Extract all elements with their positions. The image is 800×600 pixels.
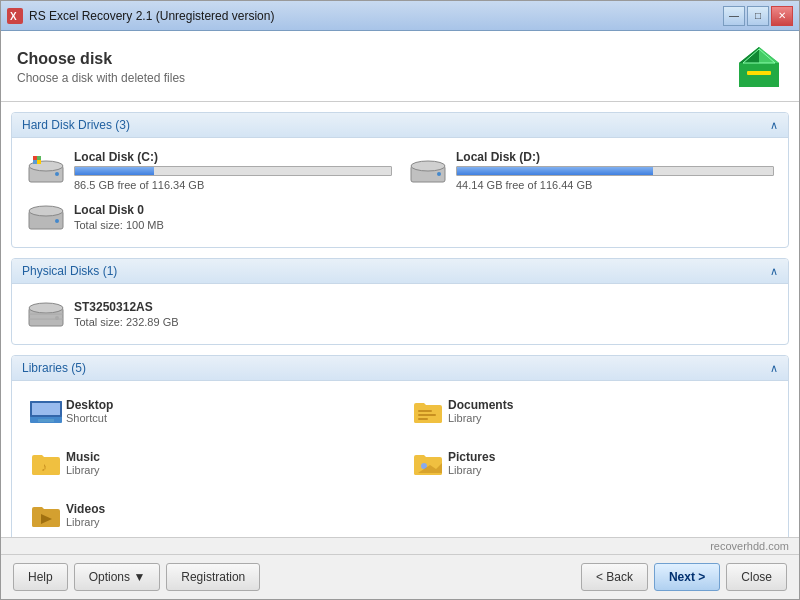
svg-rect-29 (38, 419, 54, 422)
disk-c-bar (74, 166, 392, 176)
physical-disk-0[interactable]: ST3250312AS Total size: 232.89 GB (22, 292, 778, 336)
documents-name: Documents (448, 398, 513, 412)
desktop-icon (26, 393, 66, 429)
footer: Help Options ▼ Registration < Back Next … (1, 554, 799, 599)
disk-d-name: Local Disk (D:) (456, 150, 774, 164)
lib-desktop[interactable]: Desktop Shortcut (22, 389, 396, 433)
desktop-info: Desktop Shortcut (66, 398, 113, 424)
libraries-title: Libraries (5) (22, 361, 86, 375)
hard-disk-title: Hard Disk Drives (3) (22, 118, 130, 132)
disk-d-info: Local Disk (D:) 44.14 GB free of 116.44 … (456, 150, 774, 191)
libraries-section: Libraries (5) ∧ (11, 355, 789, 537)
svg-text:♪: ♪ (41, 460, 47, 474)
disk-0-name: Local Disk 0 (74, 203, 774, 217)
libraries-content: Desktop Shortcut (12, 381, 788, 537)
disk-c-space: 86.5 GB free of 116.34 GB (74, 179, 392, 191)
documents-type: Library (448, 412, 513, 424)
page-subtitle: Choose a disk with deleted files (17, 71, 185, 85)
disk-0-extra: Total size: 100 MB (74, 219, 774, 231)
lib-pictures[interactable]: Pictures Library (404, 441, 778, 485)
svg-rect-13 (33, 160, 37, 164)
music-icon: ♪ (26, 445, 66, 481)
options-button[interactable]: Options ▼ (74, 563, 161, 591)
library-grid: Desktop Shortcut (22, 389, 778, 537)
videos-name: Videos (66, 502, 105, 516)
svg-point-9 (55, 172, 59, 176)
hard-disk-content: Local Disk (C:) 86.5 GB free of 116.34 G… (12, 138, 788, 247)
disk-d-icon (408, 150, 448, 186)
disk-d-space: 44.14 GB free of 116.44 GB (456, 179, 774, 191)
svg-marker-4 (739, 47, 759, 63)
videos-info: Videos Library (66, 502, 105, 528)
window-controls: — □ ✕ (723, 6, 793, 26)
svg-rect-30 (418, 410, 432, 412)
footer-right: < Back Next > Close (581, 563, 787, 591)
physical-disk-content: ST3250312AS Total size: 232.89 GB (12, 284, 788, 344)
hard-disk-section: Hard Disk Drives (3) ∧ (11, 112, 789, 248)
disk-0-info: Local Disk 0 Total size: 100 MB (74, 203, 774, 231)
physical-disk-title: Physical Disks (1) (22, 264, 117, 278)
svg-point-19 (29, 206, 63, 216)
physical-disk-0-name: ST3250312AS (74, 300, 774, 314)
disk-c-icon (26, 150, 66, 186)
documents-icon (408, 393, 448, 429)
svg-rect-12 (37, 156, 41, 160)
svg-rect-31 (418, 414, 436, 416)
title-bar: X RS Excel Recovery 2.1 (Unregistered ve… (1, 1, 799, 31)
physical-disk-section: Physical Disks (1) ∧ ST (11, 258, 789, 345)
physical-disk-header: Physical Disks (1) ∧ (12, 259, 788, 284)
svg-rect-14 (37, 160, 41, 164)
disk-d[interactable]: Local Disk (D:) 44.14 GB free of 116.44 … (404, 146, 778, 195)
music-type: Library (66, 464, 100, 476)
libraries-header: Libraries (5) ∧ (12, 356, 788, 381)
desktop-type: Shortcut (66, 412, 113, 424)
registration-button[interactable]: Registration (166, 563, 260, 591)
disk-d-fill (457, 167, 653, 175)
desktop-name: Desktop (66, 398, 113, 412)
pictures-icon (408, 445, 448, 481)
help-button[interactable]: Help (13, 563, 68, 591)
documents-info: Documents Library (448, 398, 513, 424)
maximize-button[interactable]: □ (747, 6, 769, 26)
disk-0-icon (26, 199, 66, 235)
music-name: Music (66, 450, 100, 464)
app-icon: X (7, 8, 23, 24)
disk-0[interactable]: Local Disk 0 Total size: 100 MB (22, 195, 778, 239)
close-button[interactable]: Close (726, 563, 787, 591)
next-button[interactable]: Next > (654, 563, 720, 591)
disk-d-bar (456, 166, 774, 176)
svg-point-22 (29, 303, 63, 313)
lib-documents[interactable]: Documents Library (404, 389, 778, 433)
svg-marker-3 (759, 47, 779, 63)
lib-videos[interactable]: Videos Library (22, 493, 396, 537)
pictures-name: Pictures (448, 450, 495, 464)
page-title: Choose disk (17, 50, 185, 68)
physical-disk-icon (26, 296, 66, 332)
disk-c-info: Local Disk (C:) 86.5 GB free of 116.34 G… (74, 150, 392, 191)
main-window: X RS Excel Recovery 2.1 (Unregistered ve… (0, 0, 800, 600)
window-title: RS Excel Recovery 2.1 (Unregistered vers… (29, 9, 723, 23)
svg-point-20 (55, 219, 59, 223)
svg-rect-5 (747, 71, 771, 75)
svg-point-16 (411, 161, 445, 171)
pictures-type: Library (448, 464, 495, 476)
svg-rect-32 (418, 418, 428, 420)
libraries-chevron: ∧ (770, 362, 778, 375)
back-button[interactable]: < Back (581, 563, 648, 591)
disk-grid: Local Disk (C:) 86.5 GB free of 116.34 G… (22, 146, 778, 195)
minimize-button[interactable]: — (723, 6, 745, 26)
status-bar: recoverhdd.com (1, 537, 799, 554)
videos-icon (26, 497, 66, 533)
svg-rect-11 (33, 156, 37, 160)
pictures-info: Pictures Library (448, 450, 495, 476)
disk-c-name: Local Disk (C:) (74, 150, 392, 164)
disk-c-fill (75, 167, 154, 175)
disk-c[interactable]: Local Disk (C:) 86.5 GB free of 116.34 G… (22, 146, 396, 195)
physical-disk-0-info: ST3250312AS Total size: 232.89 GB (74, 300, 774, 328)
status-text: recoverhdd.com (710, 540, 789, 552)
lib-music[interactable]: ♪ Music Library (22, 441, 396, 485)
close-window-button[interactable]: ✕ (771, 6, 793, 26)
header-text-block: Choose disk Choose a disk with deleted f… (17, 50, 185, 85)
hard-disk-chevron: ∧ (770, 119, 778, 132)
physical-disk-chevron: ∧ (770, 265, 778, 278)
